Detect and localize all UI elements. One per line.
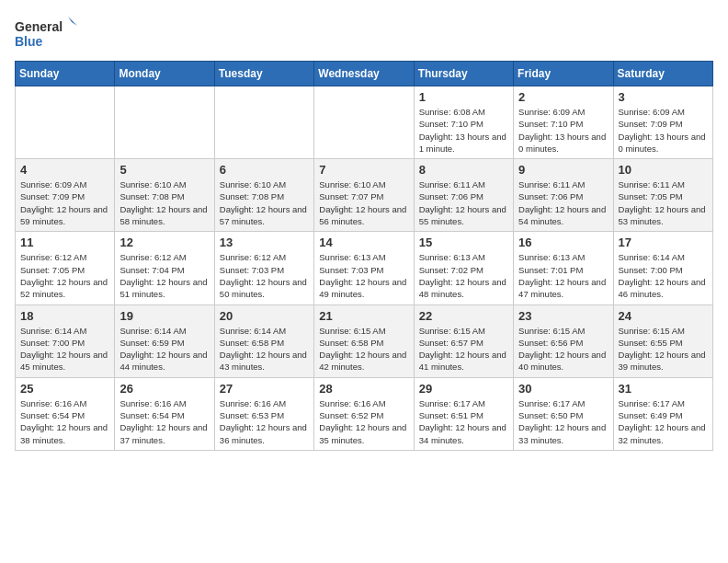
calendar-cell: 1Sunrise: 6:08 AM Sunset: 7:10 PM Daylig…: [414, 86, 513, 159]
day-of-week-header: Tuesday: [214, 62, 313, 86]
day-info: Sunrise: 6:15 AM Sunset: 6:57 PM Dayligh…: [419, 325, 508, 373]
day-number: 12: [119, 236, 209, 249]
calendar-cell: 7Sunrise: 6:10 AM Sunset: 7:07 PM Daylig…: [314, 159, 414, 232]
calendar-cell: 16Sunrise: 6:13 AM Sunset: 7:01 PM Dayli…: [514, 232, 613, 304]
calendar-cell: 23Sunrise: 6:15 AM Sunset: 6:56 PM Dayli…: [514, 304, 613, 377]
svg-text:General: General: [15, 19, 63, 34]
calendar-cell: 29Sunrise: 6:17 AM Sunset: 6:51 PM Dayli…: [414, 377, 513, 450]
calendar-cell: [115, 86, 214, 159]
day-info: Sunrise: 6:13 AM Sunset: 7:01 PM Dayligh…: [518, 251, 608, 300]
day-info: Sunrise: 6:12 AM Sunset: 7:04 PM Dayligh…: [119, 251, 209, 300]
day-info: Sunrise: 6:14 AM Sunset: 7:00 PM Dayligh…: [20, 325, 109, 373]
day-info: Sunrise: 6:16 AM Sunset: 6:52 PM Dayligh…: [319, 397, 408, 446]
svg-text:Blue: Blue: [15, 34, 43, 49]
day-info: Sunrise: 6:10 AM Sunset: 7:08 PM Dayligh…: [119, 178, 209, 227]
day-number: 23: [518, 309, 608, 323]
day-number: 21: [319, 309, 408, 323]
day-number: 5: [119, 163, 209, 177]
day-info: Sunrise: 6:14 AM Sunset: 7:00 PM Dayligh…: [619, 251, 708, 300]
calendar-week-row: 25Sunrise: 6:16 AM Sunset: 6:54 PM Dayli…: [16, 377, 713, 450]
day-number: 16: [518, 236, 608, 249]
calendar-cell: 19Sunrise: 6:14 AM Sunset: 6:59 PM Dayli…: [115, 304, 214, 377]
calendar-cell: 12Sunrise: 6:12 AM Sunset: 7:04 PM Dayli…: [115, 232, 214, 304]
day-number: 1: [419, 90, 508, 104]
day-number: 25: [20, 382, 109, 396]
day-info: Sunrise: 6:09 AM Sunset: 7:09 PM Dayligh…: [20, 178, 109, 227]
calendar-cell: 24Sunrise: 6:15 AM Sunset: 6:55 PM Dayli…: [613, 304, 712, 377]
day-info: Sunrise: 6:11 AM Sunset: 7:06 PM Dayligh…: [518, 178, 608, 227]
calendar-week-row: 18Sunrise: 6:14 AM Sunset: 7:00 PM Dayli…: [16, 304, 713, 377]
calendar-cell: 26Sunrise: 6:16 AM Sunset: 6:54 PM Dayli…: [115, 377, 214, 450]
logo-svg: GeneralBlue: [15, 15, 79, 52]
day-info: Sunrise: 6:09 AM Sunset: 7:10 PM Dayligh…: [518, 106, 608, 155]
calendar-cell: 9Sunrise: 6:11 AM Sunset: 7:06 PM Daylig…: [514, 159, 613, 232]
day-info: Sunrise: 6:15 AM Sunset: 6:55 PM Dayligh…: [619, 325, 708, 373]
calendar-week-row: 11Sunrise: 6:12 AM Sunset: 7:05 PM Dayli…: [16, 232, 713, 304]
day-info: Sunrise: 6:17 AM Sunset: 6:49 PM Dayligh…: [619, 397, 708, 446]
calendar-table: SundayMondayTuesdayWednesdayThursdayFrid…: [15, 61, 713, 451]
day-number: 27: [220, 382, 309, 396]
day-number: 15: [419, 236, 508, 249]
day-number: 18: [20, 309, 109, 323]
day-number: 31: [619, 382, 708, 396]
calendar-cell: 27Sunrise: 6:16 AM Sunset: 6:53 PM Dayli…: [214, 377, 313, 450]
calendar-cell: 5Sunrise: 6:10 AM Sunset: 7:08 PM Daylig…: [115, 159, 214, 232]
day-of-week-header: Monday: [115, 62, 214, 86]
calendar-cell: 2Sunrise: 6:09 AM Sunset: 7:10 PM Daylig…: [514, 86, 613, 159]
calendar-cell: [16, 86, 115, 159]
day-info: Sunrise: 6:15 AM Sunset: 6:58 PM Dayligh…: [319, 325, 408, 373]
day-of-week-header: Wednesday: [314, 62, 414, 86]
day-info: Sunrise: 6:12 AM Sunset: 7:03 PM Dayligh…: [220, 251, 309, 300]
day-info: Sunrise: 6:17 AM Sunset: 6:51 PM Dayligh…: [419, 397, 508, 446]
calendar-cell: 17Sunrise: 6:14 AM Sunset: 7:00 PM Dayli…: [613, 232, 712, 304]
day-info: Sunrise: 6:09 AM Sunset: 7:09 PM Dayligh…: [619, 106, 708, 155]
calendar-header-row: SundayMondayTuesdayWednesdayThursdayFrid…: [16, 62, 713, 86]
day-number: 17: [619, 236, 708, 249]
calendar-cell: 18Sunrise: 6:14 AM Sunset: 7:00 PM Dayli…: [16, 304, 115, 377]
day-number: 9: [518, 163, 608, 177]
day-number: 29: [419, 382, 508, 396]
calendar-cell: 31Sunrise: 6:17 AM Sunset: 6:49 PM Dayli…: [613, 377, 712, 450]
calendar-cell: 4Sunrise: 6:09 AM Sunset: 7:09 PM Daylig…: [16, 159, 115, 232]
day-number: 26: [119, 382, 209, 396]
day-info: Sunrise: 6:14 AM Sunset: 6:58 PM Dayligh…: [220, 325, 309, 373]
day-number: 7: [319, 163, 408, 177]
day-number: 10: [619, 163, 708, 177]
day-number: 2: [518, 90, 608, 104]
day-number: 6: [220, 163, 309, 177]
calendar-cell: 11Sunrise: 6:12 AM Sunset: 7:05 PM Dayli…: [16, 232, 115, 304]
calendar-week-row: 1Sunrise: 6:08 AM Sunset: 7:10 PM Daylig…: [16, 86, 713, 159]
calendar-cell: 22Sunrise: 6:15 AM Sunset: 6:57 PM Dayli…: [414, 304, 513, 377]
day-info: Sunrise: 6:16 AM Sunset: 6:53 PM Dayligh…: [220, 397, 309, 446]
calendar-cell: 14Sunrise: 6:13 AM Sunset: 7:03 PM Dayli…: [314, 232, 414, 304]
day-info: Sunrise: 6:08 AM Sunset: 7:10 PM Dayligh…: [419, 106, 508, 155]
svg-marker-2: [68, 17, 77, 26]
calendar-cell: 13Sunrise: 6:12 AM Sunset: 7:03 PM Dayli…: [214, 232, 313, 304]
calendar-cell: 20Sunrise: 6:14 AM Sunset: 6:58 PM Dayli…: [214, 304, 313, 377]
page-header: GeneralBlue: [15, 15, 713, 52]
day-of-week-header: Thursday: [414, 62, 513, 86]
day-number: 13: [220, 236, 309, 249]
calendar-week-row: 4Sunrise: 6:09 AM Sunset: 7:09 PM Daylig…: [16, 159, 713, 232]
day-info: Sunrise: 6:11 AM Sunset: 7:06 PM Dayligh…: [419, 178, 508, 227]
day-info: Sunrise: 6:16 AM Sunset: 6:54 PM Dayligh…: [119, 397, 209, 446]
day-of-week-header: Friday: [514, 62, 613, 86]
day-info: Sunrise: 6:16 AM Sunset: 6:54 PM Dayligh…: [20, 397, 109, 446]
day-number: 30: [518, 382, 608, 396]
day-of-week-header: Saturday: [613, 62, 712, 86]
day-number: 22: [419, 309, 508, 323]
day-number: 14: [319, 236, 408, 249]
calendar-cell: 15Sunrise: 6:13 AM Sunset: 7:02 PM Dayli…: [414, 232, 513, 304]
day-number: 19: [119, 309, 209, 323]
day-info: Sunrise: 6:12 AM Sunset: 7:05 PM Dayligh…: [20, 251, 109, 300]
day-number: 3: [619, 90, 708, 104]
calendar-cell: 3Sunrise: 6:09 AM Sunset: 7:09 PM Daylig…: [613, 86, 712, 159]
day-of-week-header: Sunday: [16, 62, 115, 86]
day-number: 11: [20, 236, 109, 249]
calendar-cell: [214, 86, 313, 159]
day-number: 28: [319, 382, 408, 396]
calendar-cell: 25Sunrise: 6:16 AM Sunset: 6:54 PM Dayli…: [16, 377, 115, 450]
day-info: Sunrise: 6:14 AM Sunset: 6:59 PM Dayligh…: [119, 325, 209, 373]
calendar-cell: 28Sunrise: 6:16 AM Sunset: 6:52 PM Dayli…: [314, 377, 414, 450]
calendar-cell: [314, 86, 414, 159]
